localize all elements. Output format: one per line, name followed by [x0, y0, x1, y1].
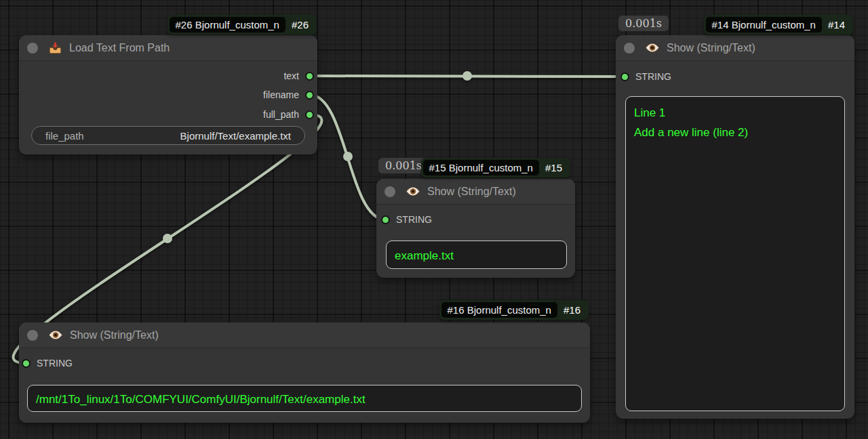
- string-output-textarea[interactable]: /mnt/1To_linux/1To/COMFYUI/ComfyUI/Bjorn…: [27, 385, 582, 412]
- file-path-widget[interactable]: file_path Bjornulf/Text/example.txt: [31, 126, 305, 145]
- execution-time-badge: 0.001s: [618, 16, 669, 31]
- input-slot-string[interactable]: [620, 72, 629, 81]
- node-badge-label: #26 Bjornulf_custom_n: [170, 17, 285, 33]
- node-badge-14: #14 Bjornulf_custom_n #14: [704, 15, 853, 35]
- node-title: Load Text From Path: [69, 42, 170, 54]
- output-row-text: text: [283, 69, 314, 83]
- output-label: full_path: [263, 109, 299, 120]
- eye-icon: [406, 186, 420, 196]
- inbox-tray-icon: [48, 41, 62, 55]
- string-output-textarea[interactable]: Line 1 Add a new line (line 2): [625, 96, 845, 411]
- node-load-text-from-path[interactable]: Load Text From Path text filename full_p…: [19, 35, 317, 154]
- widget-value: Bjornulf/Text/example.txt: [180, 130, 291, 142]
- node-badge-id: #14: [822, 19, 851, 30]
- node-badge-label: #14 Bjornulf_custom_n: [706, 17, 822, 33]
- node-title-bar[interactable]: Show (String/Text): [19, 322, 590, 348]
- input-label: STRING: [396, 214, 432, 225]
- output-slot-full-path[interactable]: [305, 110, 314, 119]
- comfyui-node-graph-canvas[interactable]: { "canvas": { "link_color": "#b8c6b1", "…: [0, 0, 868, 439]
- widget-label: file_path: [45, 130, 84, 142]
- node-badge-26: #26 Bjornulf_custom_n #26: [167, 15, 317, 35]
- node-badge-label: #16 Bjornulf_custom_n: [441, 302, 557, 318]
- node-badge-id: #15: [539, 162, 568, 173]
- input-label: STRING: [635, 71, 671, 82]
- node-badge-16: #16 Bjornulf_custom_n #16: [439, 300, 589, 320]
- node-status-dot: [27, 330, 38, 341]
- link-midpoint-dot[interactable]: [462, 71, 472, 81]
- node-badge-15: #15 Bjornulf_custom_n #15: [421, 158, 570, 177]
- input-slot-string[interactable]: [22, 359, 31, 368]
- output-row-filename: filename: [263, 88, 314, 102]
- input-row-string: STRING: [620, 70, 671, 83]
- string-output-textarea[interactable]: example.txt: [386, 241, 567, 269]
- output-slot-filename[interactable]: [305, 91, 314, 100]
- node-title: Show (String/Text): [70, 329, 159, 341]
- node-title-bar[interactable]: Load Text From Path: [19, 35, 317, 61]
- input-label: STRING: [37, 358, 73, 369]
- input-row-string: STRING: [381, 213, 432, 226]
- eye-icon: [48, 330, 63, 340]
- node-title: Show (String/Text): [667, 42, 755, 54]
- node-status-dot: [624, 43, 635, 54]
- node-title-bar[interactable]: Show (String/Text): [376, 179, 575, 205]
- output-slot-text[interactable]: [305, 72, 314, 81]
- node-status-dot: [27, 43, 38, 54]
- eye-icon: [645, 43, 660, 53]
- node-title-bar[interactable]: Show (String/Text): [616, 35, 854, 61]
- node-show-string-text-16[interactable]: Show (String/Text) STRING /mnt/1To_linux…: [19, 322, 590, 423]
- output-label: text: [283, 70, 299, 81]
- output-label: filename: [263, 89, 299, 100]
- node-title: Show (String/Text): [427, 186, 516, 198]
- input-row-string: STRING: [22, 356, 73, 370]
- link-midpoint-dot[interactable]: [343, 152, 353, 161]
- node-status-dot: [384, 186, 395, 197]
- node-show-string-text-15[interactable]: Show (String/Text) STRING example.txt: [376, 179, 575, 278]
- node-show-string-text-14[interactable]: Show (String/Text) STRING Line 1 Add a n…: [616, 35, 854, 419]
- node-badge-label: #15 Bjornulf_custom_n: [423, 160, 539, 175]
- link-midpoint-dot[interactable]: [163, 234, 172, 243]
- node-badge-id: #16: [557, 304, 587, 316]
- input-slot-string[interactable]: [381, 215, 390, 224]
- node-badge-id: #26: [285, 19, 315, 30]
- output-row-full-path: full_path: [263, 108, 314, 121]
